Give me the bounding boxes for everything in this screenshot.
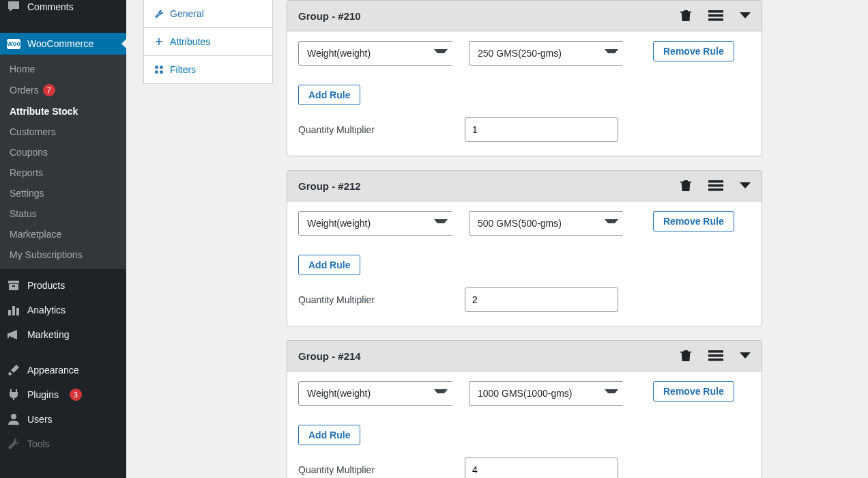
menu-item-products[interactable]: Products (0, 273, 126, 298)
svg-rect-2 (12, 285, 15, 287)
rule-group: Group - #214 Weight(weight) 1000 GMS(100… (287, 340, 762, 478)
menu-label: WooCommerce (27, 38, 93, 49)
group-header: Group - #212 (287, 171, 762, 201)
menu-item-plugins[interactable]: Plugins 3 (0, 382, 126, 407)
term-select[interactable]: 250 GMS(250-gms) (469, 41, 626, 66)
svg-rect-7 (155, 66, 158, 68)
svg-rect-14 (708, 180, 723, 183)
group-title: Group - #214 (298, 350, 361, 362)
tab-attributes[interactable]: Attributes (144, 28, 272, 56)
orders-count-badge: 7 (43, 84, 55, 96)
svg-rect-9 (155, 70, 158, 73)
trash-icon[interactable] (680, 179, 692, 193)
group-title: Group - #212 (298, 180, 361, 192)
attribute-select[interactable]: Weight(weight) (298, 211, 455, 236)
submenu-item-status[interactable]: Status (0, 203, 126, 224)
svg-rect-19 (708, 358, 723, 361)
svg-rect-16 (708, 188, 723, 191)
wrench-icon (154, 8, 164, 19)
attribute-select[interactable]: Weight(weight) (298, 381, 455, 406)
archive-icon (7, 279, 20, 292)
submenu-item-customers[interactable]: Customers (0, 122, 126, 142)
submenu-item-reports[interactable]: Reports (0, 163, 126, 183)
menu-item-users[interactable]: Users (0, 407, 126, 432)
tab-filters[interactable]: Filters (144, 56, 272, 83)
submenu-item-coupons[interactable]: Coupons (0, 142, 126, 163)
megaphone-icon (7, 328, 20, 341)
group-title: Group - #210 (298, 10, 361, 22)
menu-item-woocommerce[interactable]: Woo WooCommerce (0, 33, 126, 55)
woocommerce-icon: Woo (7, 39, 20, 49)
submenu-item-orders[interactable]: Orders 7 (0, 79, 126, 101)
admin-sidebar: Comments Woo WooCommerce Home Orders 7 A… (0, 0, 126, 478)
qty-multiplier-label: Quantity Multiplier (298, 464, 448, 475)
plugins-count-badge: 3 (70, 389, 82, 401)
qty-multiplier-label: Quantity Multiplier (298, 294, 448, 305)
group-header: Group - #214 (287, 341, 762, 371)
tab-label: Filters (170, 64, 196, 75)
qty-multiplier-input[interactable] (465, 287, 618, 312)
menu-item-marketing[interactable]: Marketing (0, 322, 126, 347)
chevron-down-icon[interactable] (740, 12, 751, 20)
tab-general[interactable]: General (144, 0, 272, 28)
chevron-down-icon[interactable] (740, 182, 751, 190)
svg-rect-17 (708, 350, 723, 353)
svg-rect-5 (16, 308, 19, 315)
add-rule-button[interactable]: Add Rule (298, 425, 360, 445)
comment-icon (7, 0, 20, 14)
svg-rect-3 (8, 310, 11, 315)
remove-rule-button[interactable]: Remove Rule (653, 381, 734, 402)
chevron-down-icon[interactable] (740, 352, 751, 360)
menu-item-analytics[interactable]: Analytics (0, 298, 126, 322)
drag-handle-icon[interactable] (708, 180, 723, 192)
bar-chart-icon (7, 303, 20, 317)
submenu-item-attribute-stock[interactable]: Attribute Stock (0, 101, 126, 122)
svg-rect-12 (708, 14, 723, 17)
svg-rect-11 (708, 10, 723, 13)
menu-item-tools[interactable]: Tools (0, 432, 126, 456)
svg-rect-4 (12, 306, 15, 315)
menu-label: Plugins (27, 389, 59, 400)
qty-multiplier-input[interactable] (465, 458, 618, 478)
submenu-item-home[interactable]: Home (0, 59, 126, 79)
woocommerce-submenu: Home Orders 7 Attribute Stock Customers … (0, 55, 126, 269)
user-icon (7, 412, 20, 426)
settings-tabs-panel: General Attributes Filters (143, 0, 273, 84)
svg-rect-13 (708, 18, 723, 21)
plug-icon (7, 388, 20, 402)
menu-label: Comments (27, 1, 74, 12)
submenu-item-settings[interactable]: Settings (0, 183, 126, 203)
menu-label: Analytics (27, 305, 66, 315)
menu-label: Products (27, 280, 65, 291)
menu-item-comments[interactable]: Comments (0, 0, 126, 19)
tab-label: General (170, 8, 204, 19)
right-gutter (776, 0, 868, 478)
drag-handle-icon[interactable] (708, 350, 723, 362)
add-rule-button[interactable]: Add Rule (298, 85, 360, 105)
term-select[interactable]: 1000 GMS(1000-gms) (469, 381, 626, 406)
add-rule-button[interactable]: Add Rule (298, 255, 360, 275)
svg-rect-18 (708, 354, 723, 357)
term-select[interactable]: 500 GMS(500-gms) (469, 211, 626, 236)
menu-label: Users (27, 414, 53, 425)
rule-group: Group - #210 Weight(weight) 250 GMS(250-… (287, 0, 762, 156)
trash-icon[interactable] (680, 9, 692, 23)
wrench-icon (7, 437, 20, 451)
tab-label: Attributes (170, 36, 210, 47)
rule-group: Group - #212 Weight(weight) 500 GMS(500-… (287, 170, 762, 326)
attribute-select[interactable]: Weight(weight) (298, 41, 455, 66)
group-header: Group - #210 (287, 1, 762, 31)
menu-label: Appearance (27, 365, 79, 376)
menu-label: Tools (27, 438, 50, 449)
remove-rule-button[interactable]: Remove Rule (653, 211, 734, 231)
submenu-item-my-subscriptions[interactable]: My Subscriptions (0, 244, 126, 265)
menu-item-appearance[interactable]: Appearance (0, 358, 126, 382)
svg-point-6 (11, 414, 16, 419)
svg-rect-1 (9, 284, 18, 290)
qty-multiplier-input[interactable] (465, 117, 618, 142)
submenu-item-marketplace[interactable]: Marketplace (0, 224, 126, 244)
qty-multiplier-label: Quantity Multiplier (298, 124, 448, 135)
remove-rule-button[interactable]: Remove Rule (653, 41, 734, 61)
drag-handle-icon[interactable] (708, 10, 723, 22)
trash-icon[interactable] (680, 349, 692, 363)
